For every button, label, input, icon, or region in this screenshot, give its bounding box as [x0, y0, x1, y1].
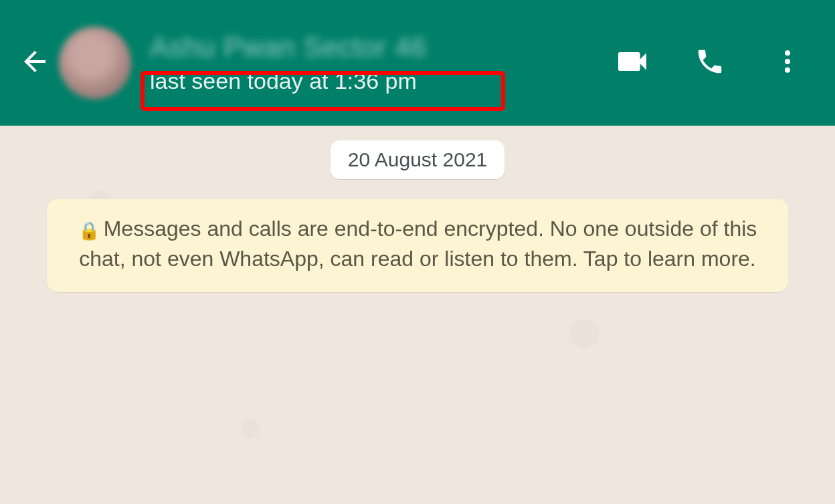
- voice-call-button[interactable]: [686, 39, 733, 86]
- svg-point-0: [785, 50, 790, 55]
- whatsapp-chat-screen: Ashu Pwan Sector 46 last seen today at 1…: [0, 0, 835, 504]
- chat-body: 20 August 2021 🔒Messages and calls are e…: [0, 126, 835, 504]
- more-options-button[interactable]: [764, 39, 811, 86]
- chat-header: Ashu Pwan Sector 46 last seen today at 1…: [0, 0, 835, 126]
- phone-icon: [694, 46, 725, 80]
- lock-icon: 🔒: [78, 219, 100, 243]
- encryption-notice-text: Messages and calls are end-to-end encryp…: [79, 217, 757, 271]
- svg-point-1: [785, 59, 790, 64]
- date-separator: 20 August 2021: [331, 140, 505, 179]
- more-vertical-icon: [773, 47, 802, 79]
- video-call-button[interactable]: [609, 39, 656, 86]
- back-arrow-icon: [19, 45, 51, 80]
- back-button[interactable]: [15, 43, 55, 83]
- date-separator-label: 20 August 2021: [348, 148, 488, 170]
- contact-avatar[interactable]: [59, 27, 131, 99]
- contact-title-block[interactable]: Ashu Pwan Sector 46 last seen today at 1…: [150, 31, 609, 95]
- last-seen-status: last seen today at 1:36 pm: [150, 68, 609, 95]
- contact-name: Ashu Pwan Sector 46: [150, 31, 609, 64]
- encryption-notice[interactable]: 🔒Messages and calls are end-to-end encry…: [47, 199, 788, 292]
- svg-point-2: [785, 68, 790, 73]
- header-actions: [609, 39, 823, 86]
- video-camera-icon: [614, 43, 651, 83]
